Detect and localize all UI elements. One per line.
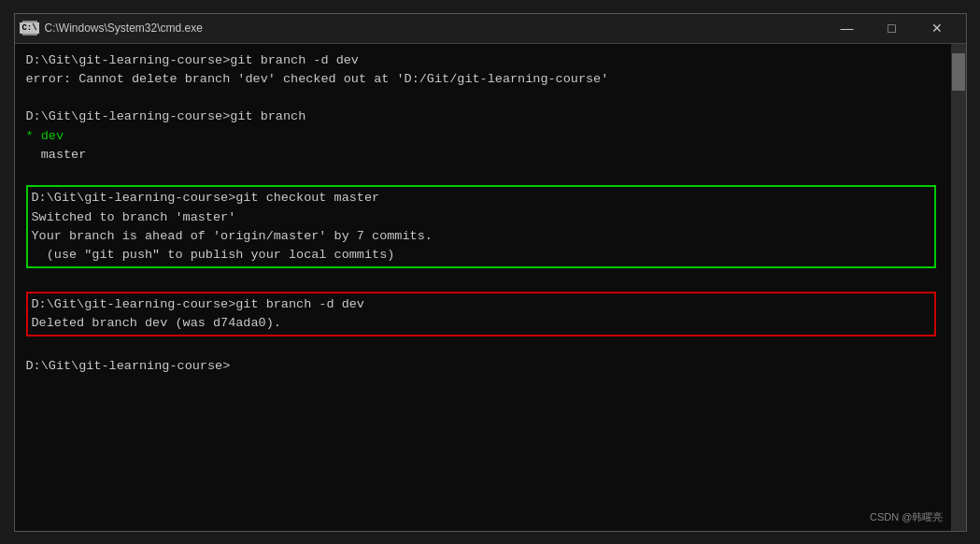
terminal-line-3: D:\Git\git-learning-course>git branch (26, 107, 955, 126)
green-line-1: D:\Git\git-learning-course>git checkout … (32, 189, 930, 208)
red-box-section: D:\Git\git-learning-course>git branch -d… (26, 292, 936, 337)
green-line-4: (use "git push" to publish your local co… (32, 246, 930, 265)
terminal-line-1: D:\Git\git-learning-course>git branch -d… (26, 51, 955, 70)
terminal-line-blank-3 (26, 270, 955, 289)
green-line-3: Your branch is ahead of 'origin/master' … (32, 227, 930, 246)
terminal-line-blank-1 (26, 89, 955, 107)
minimize-button[interactable]: — (826, 15, 869, 41)
maximize-button[interactable]: □ (871, 15, 914, 41)
titlebar-controls: — □ ✕ (826, 15, 959, 41)
scrollbar-thumb[interactable] (952, 53, 965, 91)
window-title: C:\Windows\System32\cmd.exe (45, 21, 818, 35)
titlebar: C:\ C:\Windows\System32\cmd.exe — □ ✕ (15, 14, 966, 44)
terminal-line-5: master (26, 146, 955, 165)
terminal-line-2: error: Cannot delete branch 'dev' checke… (26, 70, 955, 89)
cmd-window: C:\ C:\Windows\System32\cmd.exe — □ ✕ D:… (14, 13, 967, 532)
watermark: CSDN @韩曜亮 (870, 509, 943, 525)
terminal-final-prompt: D:\Git\git-learning-course> (26, 357, 955, 376)
terminal-line-4: * dev (26, 127, 955, 146)
terminal-body: D:\Git\git-learning-course>git branch -d… (15, 44, 966, 531)
window-icon: C:\ (22, 21, 37, 36)
red-line-1: D:\Git\git-learning-course>git branch -d… (32, 295, 930, 314)
terminal-line-blank-2 (26, 165, 955, 183)
green-line-2: Switched to branch 'master' (32, 208, 930, 227)
green-box-section: D:\Git\git-learning-course>git checkout … (26, 185, 936, 268)
red-line-2: Deleted branch dev (was d74ada0). (32, 314, 930, 333)
terminal-line-blank-4 (26, 338, 955, 357)
scrollbar[interactable] (951, 44, 966, 531)
close-button[interactable]: ✕ (916, 15, 959, 41)
